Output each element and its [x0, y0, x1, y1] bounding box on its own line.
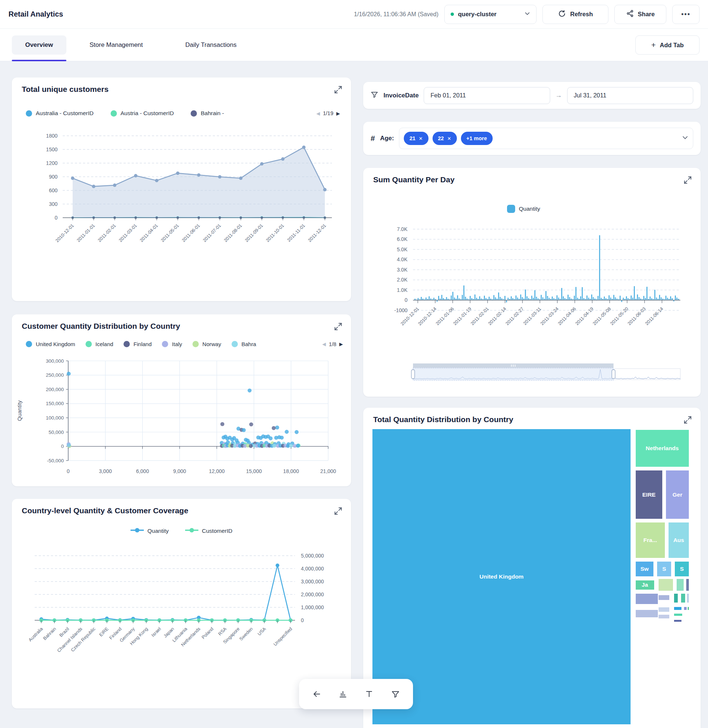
svg-text:2011-01-01: 2011-01-01 [76, 223, 96, 243]
svg-text:2010-12-01: 2010-12-01 [55, 223, 75, 243]
treemap-cell[interactable] [636, 594, 658, 604]
svg-text:2011-10-01: 2011-10-01 [265, 223, 285, 243]
filter-label: InvoiceDate [383, 92, 419, 99]
text-widget-button[interactable] [359, 684, 379, 704]
treemap-cell[interactable]: Sw [636, 562, 653, 576]
treemap-cell[interactable] [684, 607, 686, 610]
remove-chip-icon[interactable]: ✕ [419, 136, 423, 141]
treemap-cell[interactable]: Fra... [636, 523, 665, 558]
legend-next-icon[interactable]: ▶ [339, 341, 343, 347]
brush-handle[interactable] [412, 370, 415, 379]
expand-icon[interactable] [683, 175, 692, 185]
more-menu-button[interactable]: ••• [672, 5, 699, 24]
treemap-cell[interactable] [659, 579, 673, 591]
filter-widget-button[interactable] [385, 684, 405, 704]
expand-icon[interactable] [333, 322, 343, 331]
svg-text:0: 0 [67, 468, 70, 474]
treemap-cell[interactable] [659, 615, 669, 618]
svg-text:2011-03-01: 2011-03-01 [118, 223, 138, 243]
expand-icon[interactable] [683, 415, 692, 425]
legend-item[interactable]: Bahrain - [191, 110, 224, 116]
treemap-chart: United KingdomNetherlandsEIREGerFra...Au… [373, 429, 689, 724]
svg-text:2011-12-01: 2011-12-01 [307, 223, 327, 243]
chart-widget-button[interactable] [333, 684, 353, 704]
treemap-cell[interactable] [686, 579, 689, 591]
tab-store-management[interactable]: Store Management [75, 35, 157, 55]
legend-marker-icon [193, 341, 199, 347]
treemap-cell[interactable] [674, 620, 682, 622]
legend-item[interactable]: Iceland [86, 341, 113, 347]
legend-item[interactable]: CustomerID [185, 527, 233, 534]
age-chip-field[interactable]: 21✕22✕+1 more [399, 128, 693, 149]
legend-item[interactable]: Italy [162, 341, 182, 347]
treemap-cell[interactable]: Aus [669, 523, 689, 558]
svg-text:5.0K: 5.0K [397, 247, 408, 252]
treemap-cell[interactable] [674, 607, 682, 610]
refresh-button[interactable]: Refresh [543, 5, 608, 24]
legend-item[interactable]: Bahra [232, 341, 256, 347]
tab-daily-transactions[interactable]: Daily Transactions [170, 35, 251, 55]
back-button[interactable] [307, 684, 327, 704]
treemap-cell-label: Ger [673, 491, 683, 498]
treemap-cell[interactable]: S [675, 562, 689, 576]
app-header: Retail Analytics 1/16/2026, 11:06:36 AM … [0, 0, 708, 29]
retail-analytics-dashboard: Retail Analytics 1/16/2026, 11:06:36 AM … [0, 0, 708, 728]
treemap-cell[interactable] [659, 595, 669, 600]
treemap-cell[interactable] [674, 594, 678, 603]
svg-text:2011-05-08: 2011-05-08 [592, 306, 612, 326]
legend-label: Italy [172, 341, 182, 347]
active-tab-indicator [12, 60, 66, 61]
expand-icon[interactable] [333, 506, 343, 516]
treemap-cell[interactable] [636, 610, 658, 618]
svg-text:2011-01-19: 2011-01-19 [453, 306, 472, 326]
treemap-cell[interactable] [677, 579, 684, 591]
legend-item[interactable]: Norway [193, 341, 221, 347]
treemap-cell[interactable] [687, 594, 689, 603]
legend-prev-icon[interactable]: ◀ [322, 341, 326, 347]
brush-handle[interactable] [612, 370, 615, 379]
date-from-input[interactable]: Feb 01, 2011 [424, 87, 550, 104]
svg-text:Poland: Poland [200, 626, 214, 640]
add-tab-button[interactable]: + Add Tab [635, 35, 699, 55]
age-more-chip[interactable]: +1 more [461, 132, 493, 145]
date-to-input[interactable]: Jul 31, 2011 [567, 87, 693, 104]
treemap-cell[interactable]: Ger [666, 471, 689, 519]
treemap-cell[interactable]: United Kingdom [373, 429, 631, 724]
legend-item[interactable]: Australia - CustomerID [26, 110, 94, 116]
treemap-cell[interactable]: S [657, 562, 671, 576]
legend-item[interactable]: United Kingdom [26, 341, 75, 347]
legend-item[interactable]: Finland [123, 341, 152, 347]
legend-marker-icon [131, 527, 144, 534]
tab-overview[interactable]: Overview [12, 35, 66, 55]
legend-prev-icon[interactable]: ◀ [316, 111, 320, 116]
legend-marker-icon [86, 341, 92, 347]
cluster-select[interactable]: query-cluster [444, 5, 537, 24]
age-filter: # Age: 21✕22✕+1 more [363, 122, 701, 155]
svg-text:4.0K: 4.0K [397, 256, 408, 262]
svg-text:3,000,000: 3,000,000 [301, 578, 324, 584]
treemap-cell[interactable] [681, 594, 685, 603]
svg-text:300: 300 [49, 201, 58, 207]
age-chip[interactable]: 22✕ [432, 132, 457, 145]
treemap-cell[interactable]: EIRE [636, 471, 662, 519]
svg-text:Sweden: Sweden [239, 626, 254, 642]
legend-item[interactable]: Austria - CustomerID [111, 110, 174, 116]
age-chip[interactable]: 21✕ [404, 132, 428, 145]
treemap-cell[interactable] [674, 614, 682, 616]
treemap-cell[interactable] [659, 607, 669, 612]
share-button[interactable]: Share [614, 5, 666, 24]
svg-text:18,000: 18,000 [283, 468, 299, 474]
chevron-down-icon[interactable] [682, 134, 688, 142]
legend-item[interactable]: Quantity [507, 205, 540, 213]
svg-text:1500: 1500 [46, 147, 58, 153]
treemap-cell[interactable]: Netherlands [636, 430, 689, 467]
remove-chip-icon[interactable]: ✕ [447, 136, 451, 141]
legend-next-icon[interactable]: ▶ [336, 111, 340, 116]
treemap-cell[interactable] [688, 607, 689, 610]
treemap-cell[interactable]: Ja [636, 580, 654, 590]
svg-text:21,000: 21,000 [321, 468, 336, 474]
expand-icon[interactable] [333, 85, 343, 94]
svg-text:2011-05-20: 2011-05-20 [609, 306, 629, 326]
legend-item[interactable]: Quantity [131, 527, 169, 534]
svg-text:EIRE: EIRE [98, 626, 110, 638]
